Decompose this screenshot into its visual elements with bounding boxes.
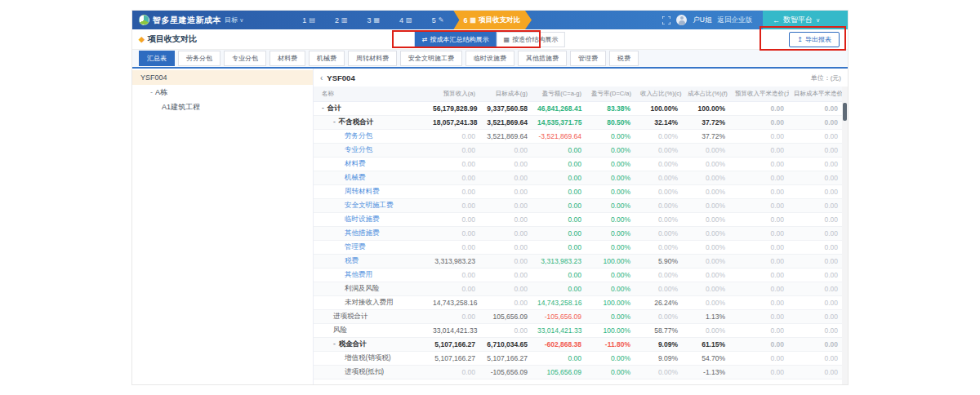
tree-item-A栋[interactable]: -A栋: [132, 85, 313, 100]
value-cell: 0.00%: [635, 212, 683, 226]
collapse-left-icon[interactable]: ‹: [320, 73, 323, 82]
table-row: 利润及风险0.000.000.000.00%0.00%0.00%0.000.00: [314, 282, 843, 295]
value-cell: 37.72%: [683, 115, 730, 129]
row-name-label: 材料费: [345, 159, 366, 167]
mode-dropdown[interactable]: 目标 ∨: [225, 16, 243, 24]
row-collapse-icon[interactable]: -: [322, 104, 324, 112]
tab-9[interactable]: 其他措施费: [518, 51, 567, 66]
value-cell: 0.00: [428, 129, 480, 143]
tab-bar: 汇总表劳务分包专业分包材料费机械费周转材料费安全文明施工费临时设施费其他措施费管…: [132, 50, 848, 69]
step-number: 1: [302, 16, 306, 24]
table-row: 其他费用0.000.000.000.00%0.00%0.00%0.000.00: [314, 268, 843, 282]
tab-10[interactable]: 管理费: [570, 51, 606, 66]
value-cell: 0.00%: [635, 268, 683, 282]
value-cell: 0.00%: [586, 143, 635, 157]
row-name-cell[interactable]: 其他费用: [314, 268, 428, 282]
tab-6[interactable]: 周转材料费: [348, 51, 397, 66]
tab-11[interactable]: 税费: [609, 51, 639, 66]
value-cell: 0.00: [532, 143, 586, 157]
calendar-icon: ▦: [374, 16, 381, 24]
table-row: 周转材料费0.000.000.000.00%0.00%0.00%0.000.00: [314, 184, 843, 198]
value-cell: 3,521,869.64: [480, 129, 532, 143]
nav-step-1[interactable]: 1▤: [292, 11, 325, 29]
row-name-cell[interactable]: -合计: [314, 101, 428, 115]
row-name-cell[interactable]: 机械费: [314, 171, 428, 184]
user-name: 户U姐: [693, 16, 711, 25]
nav-step-3[interactable]: 3▦: [358, 11, 390, 29]
row-name-cell[interactable]: 劳务分包: [314, 129, 428, 143]
value-cell: 33,014,421.33: [532, 323, 586, 337]
fullscreen-icon[interactable]: [662, 16, 670, 24]
value-cell: 0.00: [532, 282, 586, 295]
row-name-label: 机械费: [345, 173, 366, 181]
value-cell: 0.00%: [586, 184, 635, 198]
value-cell: 0.00%: [635, 365, 683, 379]
value-cell: 0.00%: [586, 351, 635, 365]
vertical-scrollbar[interactable]: [842, 87, 848, 384]
tab-7[interactable]: 安全文明施工费: [400, 51, 462, 66]
value-cell: 14,743,258.16: [532, 295, 586, 309]
nav-step-4[interactable]: 4▧: [390, 11, 422, 29]
column-header-4: 盈亏额(C=a-g): [532, 87, 586, 101]
tab-5[interactable]: 机械费: [309, 51, 345, 66]
row-name-label: 进项税(抵扣): [345, 367, 384, 375]
value-cell: 0.00%: [683, 254, 730, 268]
row-name-cell[interactable]: 其他措施费: [314, 226, 428, 240]
tree-item-YSF004[interactable]: YSF004: [132, 70, 313, 85]
tree-collapse-icon[interactable]: -: [150, 88, 153, 96]
value-cell: 0.00: [480, 323, 532, 337]
value-cell: 0.00%: [683, 184, 730, 198]
value-cell: 0.00: [480, 157, 532, 171]
table-row: 增值税(销项税)5,107,166.275,107,166.270.000.00…: [314, 351, 843, 365]
row-name-cell: 风险: [314, 323, 428, 337]
chevron-down-icon: ∨: [816, 17, 820, 24]
tab-3[interactable]: 专业分包: [224, 51, 266, 66]
tab-8[interactable]: 临时设施费: [466, 51, 514, 66]
row-collapse-icon[interactable]: -: [333, 118, 336, 126]
row-name-cell[interactable]: -不含税合计: [314, 115, 428, 129]
value-cell: 0.00: [428, 309, 480, 323]
export-report-button[interactable]: ↥ 导出报表: [789, 32, 840, 47]
tab-1[interactable]: 汇总表: [139, 51, 175, 66]
row-name-label: 增值税(销项税): [345, 353, 391, 362]
row-name-cell[interactable]: 周转材料费: [314, 184, 428, 198]
row-name-cell[interactable]: -税金合计: [314, 337, 428, 351]
view-toggle-button-2[interactable]: ▦按造价结构展示: [497, 32, 566, 47]
user-avatar[interactable]: [676, 15, 687, 25]
row-name-label: 其他措施费: [345, 229, 380, 237]
value-cell: 0.00: [730, 198, 789, 212]
back-to-enterprise-link[interactable]: 返回企业版: [718, 16, 753, 25]
column-header-1: 名称: [314, 87, 428, 101]
value-cell: 0.00%: [586, 268, 635, 282]
view-toggle-button-1[interactable]: ⇄按成本汇总结构展示: [415, 32, 497, 47]
nav-step-5[interactable]: 5✎: [422, 11, 454, 29]
column-header-6: 收入占比(%)(c): [635, 87, 683, 101]
value-cell: 32.14%: [635, 115, 683, 129]
table-row: 进项税(抵扣)0.00-105,656.09105,656.090.00%0.0…: [314, 365, 843, 379]
tab-2[interactable]: 劳务分包: [178, 51, 220, 66]
table-row: -合计56,179,828.999,337,560.5846,841,268.4…: [314, 101, 843, 115]
value-cell: 0.00%: [635, 282, 683, 295]
nav-step-6[interactable]: 6▦项目收支对比: [453, 11, 532, 29]
scrollbar-thumb[interactable]: [843, 103, 847, 121]
row-name-cell[interactable]: 安全文明施工费: [314, 198, 428, 212]
main-panel-header: ‹ YSF004 单位：(元): [314, 69, 848, 87]
row-name-cell[interactable]: 材料费: [314, 157, 428, 171]
row-name-cell[interactable]: 税费: [314, 254, 428, 268]
row-name-cell[interactable]: 管理费: [314, 240, 428, 254]
row-collapse-icon[interactable]: -: [333, 340, 336, 348]
value-cell: 0.00: [789, 171, 843, 184]
comparison-table: 名称预算收入(a)目标成本(g)盈亏额(C=a-g)盈亏率(D=C/a)收入占比…: [314, 87, 843, 379]
tab-4[interactable]: 材料费: [270, 51, 305, 66]
tree-item-A1建筑工程[interactable]: A1建筑工程: [132, 100, 313, 114]
value-cell: 0.00%: [586, 282, 635, 295]
platform-dropdown[interactable]: ← 数智平台 ∨: [763, 11, 848, 29]
row-name-cell[interactable]: 临时设施费: [314, 212, 428, 226]
nav-step-2[interactable]: 2▥: [325, 11, 358, 29]
value-cell: 0.00%: [635, 184, 683, 198]
value-cell: 100.00%: [635, 101, 683, 115]
value-cell: 0.00: [730, 115, 789, 129]
row-name-label: 利润及风险: [345, 284, 380, 292]
value-cell: 0.00: [480, 268, 532, 282]
row-name-cell[interactable]: 专业分包: [314, 143, 428, 157]
